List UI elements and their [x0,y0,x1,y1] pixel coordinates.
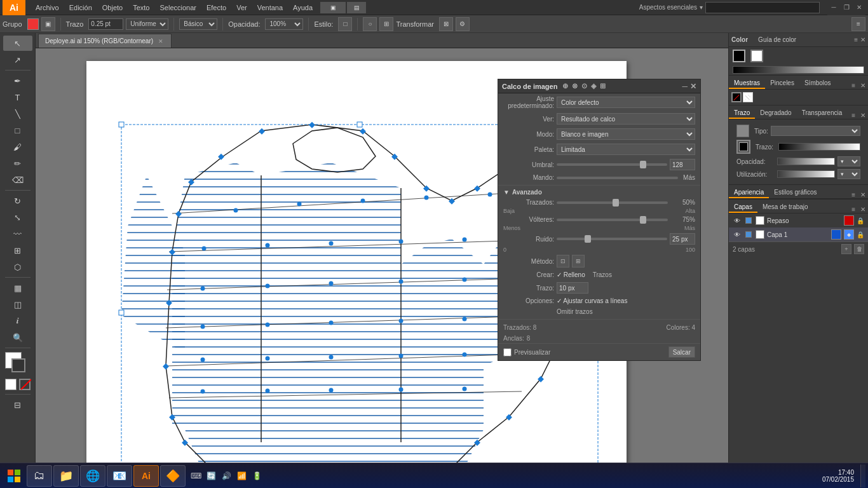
ruido-slider[interactable] [557,238,667,240]
muestras-close[interactable]: ✕ [858,82,868,89]
trazo-close[interactable]: ✕ [858,112,868,119]
opacity-dropdown[interactable]: 100% [265,18,303,30]
zoom-tool[interactable]: 🔍 [3,330,32,345]
close-button[interactable]: ✕ [853,0,865,15]
paleta-select[interactable]: Limitada [557,144,695,155]
capas-close[interactable]: ✕ [858,206,868,213]
free-transform-tool[interactable]: ⊞ [3,243,32,258]
tab-simbolos[interactable]: Símbolos [799,78,836,89]
muestras-menu[interactable]: ≡ [849,82,858,89]
estilo-btn[interactable]: □ [338,17,352,31]
delete-layer-btn[interactable]: 🗑 [854,244,864,254]
menu-archivo[interactable]: Archivo [31,0,64,15]
tab-pinceles[interactable]: Pinceles [765,78,799,89]
ajuste-select[interactable]: Color defecto [557,97,695,108]
modo-select[interactable]: Blanco e imagen [557,128,695,140]
taskbar-mail[interactable]: 📧 [107,465,132,487]
menu-ayuda[interactable]: Ayuda [288,0,318,15]
restore-button[interactable]: ❐ [840,0,853,15]
color-panel-close[interactable]: ✕ [860,36,865,43]
menu-ver[interactable]: Ver [231,0,252,15]
stroke-swatch[interactable] [11,358,25,372]
apariencia-close[interactable]: ✕ [858,191,868,198]
trazo-menu[interactable]: ≡ [849,112,858,119]
mando-more[interactable]: Más [683,174,695,181]
trazo-color-swatch[interactable] [736,125,749,137]
menu-efecto[interactable]: Efecto [201,0,231,15]
layer-row-repaso[interactable]: 👁 Repaso 🔒 [729,214,868,227]
taskbar-illustrator[interactable]: Ai [133,465,159,487]
stroke-preset-dropdown[interactable]: Básico [179,18,217,30]
trazados-thumb[interactable] [613,199,619,207]
trazo-main-swatch[interactable] [736,140,750,154]
rect-tool[interactable]: □ [3,123,32,138]
tab-estilos-graficos[interactable]: Estilos gráficos [769,187,822,198]
search-input[interactable] [705,2,820,13]
workspace-dropdown-icon[interactable]: ▾ [700,4,703,11]
new-layer-btn[interactable]: + [841,244,851,254]
warp-tool[interactable]: 〰 [3,226,32,241]
layer-lock-capa1[interactable]: 🔒 [857,231,864,238]
eraser-tool[interactable]: ⌫ [3,172,32,187]
trazados-slider[interactable] [557,201,668,204]
umbral-input[interactable] [670,159,695,170]
type-tool[interactable]: T [3,90,32,105]
avanzado-section[interactable]: ▼ Avanzado [498,187,700,197]
tab-capas[interactable]: Capas [729,202,757,213]
artboard-tool[interactable]: ⊟ [3,397,32,412]
direct-select-tool[interactable]: ↗ [3,52,32,67]
swatch-item-1[interactable] [731,92,742,102]
eyedropper-tool[interactable]: 𝒊 [3,313,32,329]
line-tool[interactable]: ╲ [3,106,32,121]
tray-wifi-icon[interactable]: 📶 [235,470,248,482]
volveres-slider[interactable] [557,219,668,221]
layer-eye-capa1[interactable]: 👁 [733,230,742,239]
pencil-tool[interactable]: ✏ [3,156,32,171]
apariencia-menu[interactable]: ≡ [849,191,858,198]
stroke-style-dropdown[interactable]: Uniforme [126,18,168,30]
menu-ventana[interactable]: Ventana [252,0,288,15]
ver-select[interactable]: Resultado de calco [557,113,695,125]
utilizacion-select[interactable]: ▾ [837,169,860,179]
taskbar-clock[interactable]: 17:40 07/02/2015 [817,469,859,483]
tab-muestras[interactable]: Muestras [729,78,765,89]
tab-mesa-trabajo[interactable]: Mesa de trabajo [757,202,813,213]
layer-target-capa1[interactable]: ◆ [844,229,854,240]
tab-trazo[interactable]: Trazo [729,108,755,119]
ruido-thumb[interactable] [585,235,591,243]
color-panel-menu[interactable]: ≡ [854,36,858,43]
calco-icon-4[interactable]: ◈ [591,82,596,90]
layer-eye-repaso[interactable]: 👁 [733,216,742,225]
menu-texto[interactable]: Texto [128,0,154,15]
arrange-btn[interactable]: ≡ [851,17,865,31]
tray-speaker-icon[interactable]: 🔊 [220,470,233,482]
trazo-tipo-select[interactable] [771,126,860,136]
select-tool[interactable]: ↖ [3,36,32,51]
mando-slider[interactable] [557,177,678,179]
align-btn[interactable]: ⊞ [379,17,393,31]
calco-icon-5[interactable]: ⊞ [600,82,606,90]
metodo-btn1[interactable]: ⊡ [557,255,569,268]
calco-icon-2[interactable]: ⊗ [572,82,578,90]
trazo-value-input[interactable]: 0.25 pt [88,18,123,30]
umbral-thumb[interactable] [640,161,646,168]
circle-btn[interactable]: ○ [363,17,377,31]
bg-color-swatch[interactable] [750,50,763,62]
umbral-slider[interactable] [557,163,667,166]
color-gradient-bar[interactable] [733,66,864,74]
white-swatch[interactable] [5,379,17,390]
menu-objeto[interactable]: Objeto [97,0,128,15]
graph-tool[interactable]: ▦ [3,280,32,295]
shape-builder-tool[interactable]: ⬡ [3,259,32,274]
minimize-button[interactable]: ─ [827,0,840,15]
opacity-gradient-bar[interactable] [777,158,835,165]
metodo-btn2[interactable]: ⊞ [572,255,585,268]
preview-checkbox[interactable] [503,348,512,356]
swatch-item-2[interactable] [743,92,753,102]
ruido-input[interactable] [670,233,695,245]
taskbar-files[interactable]: 📁 [53,465,79,487]
calco-close-btn[interactable]: ✕ [690,82,696,91]
utilizacion-bar[interactable] [777,170,835,178]
menu-seleccionar[interactable]: Seleccionar [154,0,201,15]
view-mode-btn[interactable]: ▤ [347,2,366,13]
